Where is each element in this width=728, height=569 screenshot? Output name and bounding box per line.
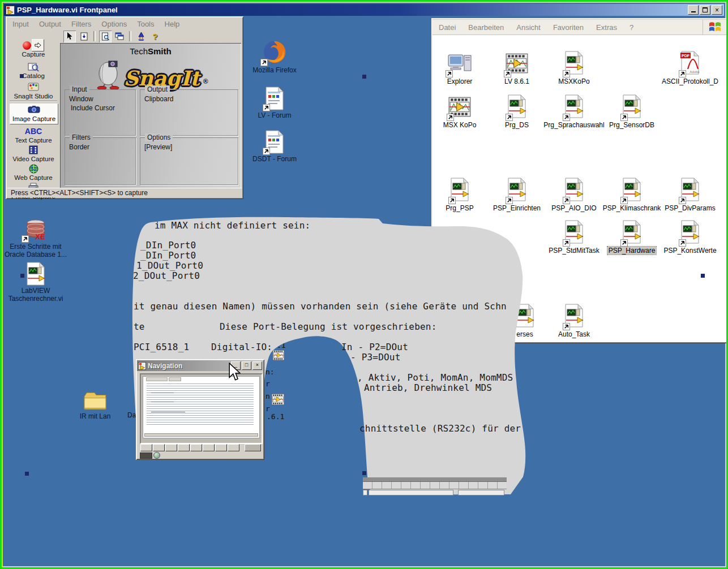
sidebar-capture[interactable]: Capture — [7, 40, 59, 58]
selection-handle[interactable] — [362, 75, 366, 79]
file-icon-msx-kopo[interactable]: MSX KoPo — [435, 95, 484, 129]
nav-button[interactable] — [178, 444, 190, 451]
file-icon-label: Prg_DS — [505, 121, 529, 129]
input-cursor-value: Include Cursor — [65, 103, 135, 112]
file-icon-ascii-protokoll[interactable]: ASCII_Protokoll_D — [666, 50, 714, 85]
file-icon-psp-stdmittask[interactable]: PSP_StdMitTask — [550, 219, 598, 255]
nav-maximize-button[interactable]: □ — [242, 361, 251, 370]
file-icon-psp-einrichten[interactable]: PSP_Einrichten — [493, 177, 541, 212]
shortcut-arrow-icon — [447, 114, 454, 121]
labview-film-icon-fragment — [272, 348, 285, 363]
navigation-title: Navigation — [148, 362, 182, 370]
shortcut-arrow-icon — [620, 239, 628, 247]
file-icon-partially-hidden[interactable]: erses — [500, 303, 549, 338]
preview-doc-icon — [101, 32, 110, 41]
nav-button[interactable] — [190, 444, 202, 451]
nav-status-chip — [140, 452, 152, 459]
desktop-icon-firefox[interactable]: Mozilla Firefox — [249, 39, 301, 74]
studio-palette-icon — [28, 83, 39, 92]
file-icon-psp-aio-dio[interactable]: PSP_AIO_DIO — [550, 177, 598, 212]
shortcut-arrow-icon — [563, 239, 570, 247]
sidebar-image-capture[interactable]: Image Capture — [10, 104, 58, 124]
file-icon-psp-hardware[interactable]: PSP_Hardware — [607, 219, 656, 255]
shortcut-arrow-icon — [22, 235, 29, 243]
file-icon-prg-ds[interactable]: Prg_DS — [493, 94, 541, 129]
sidebar-studio-label: SnagIt Studio — [7, 93, 59, 100]
nav-button[interactable] — [140, 444, 152, 451]
file-icon-label-selected: PSP_Hardware — [607, 247, 657, 255]
selection-handle[interactable] — [25, 472, 29, 476]
nav-close-button[interactable]: × — [252, 361, 262, 370]
snagit-window: Input Output Filters Options Tools Help … — [6, 16, 243, 199]
file-icon-prg-sprachauswahl[interactable]: Prg_Sprachauswahl — [550, 94, 598, 129]
labview-app-icon — [6, 6, 15, 15]
nav-button[interactable] — [228, 444, 239, 451]
menu-extras[interactable]: Extras — [590, 21, 623, 33]
selection-handle[interactable] — [20, 274, 24, 278]
sidebar-video-capture[interactable]: Video Capture — [7, 144, 59, 162]
menu-tools[interactable]: Tools — [132, 19, 159, 29]
file-icon-psp-divparams[interactable]: PSP_DivParams — [666, 177, 714, 212]
hidden-icon-label-fragment: r — [265, 404, 270, 413]
restore-button[interactable] — [700, 5, 710, 15]
desktop-icon-dsdt-forum[interactable]: DSDT - Forum — [249, 130, 301, 163]
hidden-icon-label-fragment: n — [265, 392, 270, 400]
sidebar-catalog[interactable]: Catalog — [7, 61, 59, 79]
cascade-windows-button[interactable] — [113, 31, 126, 42]
nav-button[interactable] — [203, 444, 215, 451]
snagit-main-panel: TechSmith SnagIt ® — [60, 43, 241, 188]
selection-handle[interactable] — [701, 274, 705, 278]
snagit-menubar: Input Output Filters Options Tools Help — [7, 18, 242, 29]
capture-arrow-button[interactable] — [32, 39, 44, 51]
nav-button[interactable] — [215, 444, 227, 451]
menu-options[interactable]: Options — [96, 19, 132, 29]
preview-button[interactable] — [99, 31, 112, 42]
restore-icon — [703, 7, 708, 12]
navigation-titlebar[interactable]: Navigation _ □ × — [137, 360, 263, 371]
desktop-icon-lv-forum[interactable]: LV - Forum — [249, 87, 301, 119]
overlay-text-line: im MAX nicht definiert sein: — [155, 221, 310, 231]
nav-button[interactable] — [165, 444, 177, 451]
cascade-windows-icon — [115, 32, 124, 40]
file-icon-auto-task[interactable]: Auto_Task — [550, 303, 598, 338]
menu-favoriten[interactable]: Favoriten — [547, 21, 590, 33]
desktop-icon-oracle[interactable]: Erste Schritte mit Oracle Database 1... — [7, 219, 64, 258]
vi-file-icon — [25, 262, 46, 286]
menu-bearbeiten[interactable]: Bearbeiten — [462, 21, 510, 33]
selection-handle[interactable] — [20, 74, 24, 78]
close-button[interactable]: × — [712, 5, 722, 15]
menu-help[interactable]: Help — [160, 19, 185, 29]
menu-datei[interactable]: Datei — [432, 21, 462, 33]
nav-button[interactable] — [153, 444, 165, 451]
file-icon-lv861[interactable]: LV 8.6.1 — [493, 51, 541, 85]
menu-input[interactable]: Input — [7, 19, 34, 29]
sidebar-web-capture[interactable]: Web Capture — [7, 163, 59, 181]
file-icon-psp-konstwerte[interactable]: PSP_KonstWerte — [666, 219, 714, 255]
desktop-icon-labview-taschenrechner[interactable]: LabVIEW Taschenrechner.vi — [7, 262, 64, 303]
desktop-icon-ir-mit-lan[interactable]: IR mit Lan — [70, 391, 121, 420]
ruler-band — [363, 477, 507, 482]
main-titlebar[interactable]: PSP_Hardware.vi Frontpanel × — [4, 4, 724, 16]
menu-output[interactable]: Output — [34, 19, 66, 29]
wizard-button[interactable] — [135, 31, 147, 42]
file-icon-prg-psp[interactable]: Prg_PSP — [435, 177, 484, 212]
menu-ansicht[interactable]: Ansicht — [510, 21, 547, 33]
save-capture-button[interactable] — [78, 31, 90, 42]
sidebar-text-capture[interactable]: ABC Text Capture — [7, 126, 59, 144]
file-icon-msxkopo[interactable]: MSXKoPo — [550, 50, 598, 85]
menu-filters[interactable]: Filters — [66, 19, 96, 29]
minimize-button[interactable] — [688, 5, 699, 15]
film-icon — [29, 145, 38, 154]
file-icon-prg-sensordb[interactable]: Prg_SensorDB — [607, 94, 656, 129]
navigation-thumbnail[interactable] — [143, 376, 260, 438]
nav-action-button[interactable] — [245, 444, 261, 451]
sidebar-studio[interactable]: SnagIt Studio — [7, 81, 59, 100]
file-icon-psp-klimaschrank[interactable]: PSP_Klimaschrank — [607, 177, 656, 212]
select-tool-button[interactable] — [63, 31, 76, 42]
menu-hilfe[interactable]: ? — [623, 21, 640, 33]
help-button[interactable]: ? — [149, 31, 161, 42]
thumbnail-scrollbar[interactable] — [144, 433, 258, 437]
file-icon-explorer[interactable]: Explorer — [435, 53, 484, 85]
selection-handle[interactable] — [362, 471, 366, 475]
file-icon-label: PSP_DivParams — [665, 204, 715, 212]
